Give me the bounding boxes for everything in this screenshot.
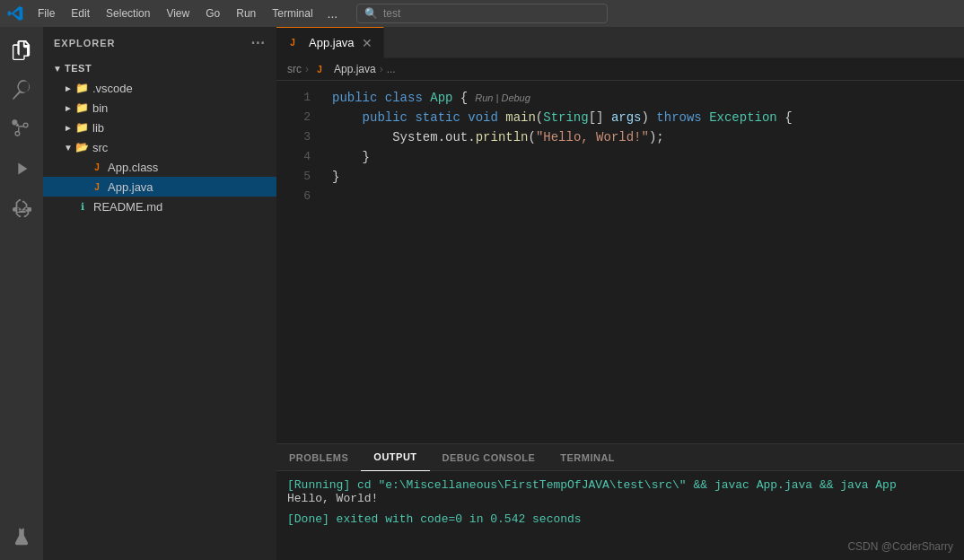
- activity-source-control-icon[interactable]: [5, 113, 38, 145]
- indent: [332, 108, 363, 127]
- tree-item-app-class[interactable]: ► J App.class: [43, 157, 276, 177]
- line-num-5: 5: [276, 167, 311, 187]
- kw: class: [385, 88, 430, 108]
- sidebar: EXPLORER ⋯ ▼ TEST ► 📁 .vscode ► 📁 bin: [43, 27, 276, 560]
- tree-item-src[interactable]: ▼ 📂 src: [43, 137, 276, 157]
- search-bar[interactable]: 🔍 test: [356, 4, 608, 23]
- done-text: [Done] exited with code=0 in 0.542 secon…: [287, 512, 582, 526]
- method: main: [505, 108, 536, 127]
- line-num-6: 6: [276, 187, 311, 206]
- punct: {: [452, 88, 468, 108]
- tree-item-vscode[interactable]: ► 📁 .vscode: [43, 78, 276, 98]
- param: args: [611, 108, 642, 127]
- tab-close-icon[interactable]: ✕: [360, 34, 374, 52]
- main-area: EXPLORER ⋯ ▼ TEST ► 📁 .vscode ► 📁 bin: [0, 27, 964, 560]
- punct: }: [363, 147, 370, 167]
- class-name: Exception: [709, 108, 777, 127]
- menu-selection[interactable]: Selection: [99, 5, 157, 22]
- chevron-right-icon: ►: [61, 101, 75, 115]
- code-editor[interactable]: 1 2 3 4 5 6 public class App { Run | Deb…: [276, 81, 964, 443]
- tree-label: App.java: [108, 180, 153, 194]
- menu-run[interactable]: Run: [229, 5, 263, 22]
- tab-app-java[interactable]: J App.java ✕: [276, 27, 384, 58]
- punct: ): [642, 108, 649, 127]
- tree-item-lib[interactable]: ► 📁 lib: [43, 118, 276, 137]
- menu-view[interactable]: View: [159, 5, 197, 22]
- line-num-1: 1: [276, 88, 311, 108]
- code-line-4: }: [332, 147, 964, 167]
- indent: [332, 127, 392, 147]
- menu-terminal[interactable]: Terminal: [265, 5, 320, 22]
- tree-item-readme[interactable]: ► ℹ README.md: [43, 197, 276, 216]
- indent: [332, 147, 363, 167]
- punct: {: [777, 108, 793, 127]
- breadcrumb-sep2-icon: ›: [380, 63, 383, 75]
- field: out: [445, 127, 468, 147]
- tree-item-app-java[interactable]: ► J App.java: [43, 177, 276, 197]
- type: String: [543, 108, 588, 127]
- java-file-icon: J: [90, 179, 104, 194]
- folder-icon: 📁: [75, 101, 89, 114]
- code-content[interactable]: public class App { Run | Debug public st…: [321, 81, 964, 443]
- punct: (: [528, 127, 535, 147]
- punct: }: [332, 167, 339, 187]
- menu-bar: File Edit Selection View Go Run Terminal…: [31, 4, 343, 22]
- tree-item-bin[interactable]: ► 📁 bin: [43, 98, 276, 118]
- file-tree: ▼ TEST ► 📁 .vscode ► 📁 bin ► 📁 lib: [43, 58, 276, 560]
- menu-file[interactable]: File: [31, 5, 62, 22]
- menu-edit[interactable]: Edit: [64, 5, 97, 22]
- watermark-text: CSDN @CoderSharry: [847, 540, 953, 553]
- code-line-3: System.out.println("Hello, World!");: [332, 127, 964, 147]
- editor-area: J App.java ✕ src › J App.java › ... 1 2 …: [276, 27, 964, 560]
- activity-run-debug-icon[interactable]: [5, 153, 38, 185]
- title-bar: File Edit Selection View Go Run Terminal…: [0, 0, 964, 27]
- activity-explorer-icon[interactable]: [5, 34, 38, 66]
- punct: .: [438, 127, 445, 147]
- activity-test-icon[interactable]: [5, 521, 38, 553]
- menu-go[interactable]: Go: [198, 5, 227, 22]
- folder-icon: 📁: [75, 82, 89, 94]
- activity-extensions-icon[interactable]: [5, 192, 38, 224]
- folder-open-icon: 📂: [75, 141, 89, 153]
- method: println: [476, 127, 529, 147]
- breadcrumb: src › J App.java › ...: [276, 58, 964, 81]
- chevron-right-icon: ►: [61, 81, 75, 95]
- watermark: CSDN @CoderSharry: [847, 539, 953, 553]
- tree-label: .vscode: [92, 82, 133, 95]
- tab-output[interactable]: OUTPUT: [361, 444, 429, 471]
- tab-bar: J App.java ✕: [276, 27, 964, 58]
- line-numbers: 1 2 3 4 5 6: [276, 81, 321, 443]
- tab-problems[interactable]: PROBLEMS: [276, 444, 361, 471]
- search-text: test: [383, 7, 400, 20]
- output-text: Hello, World!: [287, 492, 378, 505]
- root-label: TEST: [65, 63, 92, 74]
- kw: void: [468, 108, 505, 127]
- panel-tabs: PROBLEMS OUTPUT DEBUG CONSOLE TERMINAL: [276, 444, 964, 471]
- kw: public: [363, 108, 416, 127]
- tree-root[interactable]: ▼ TEST: [43, 58, 276, 78]
- code-line-2: public static void main(String[] args) t…: [332, 108, 964, 127]
- bracket: []: [589, 108, 604, 127]
- done-line: [Done] exited with code=0 in 0.542 secon…: [287, 512, 953, 526]
- title-bar-left: File Edit Selection View Go Run Terminal…: [0, 4, 393, 22]
- class-ref: System: [392, 127, 437, 147]
- sidebar-more-icon[interactable]: ⋯: [250, 34, 266, 51]
- info-file-icon: ℹ: [75, 199, 90, 214]
- line-num-4: 4: [276, 147, 311, 167]
- kw: throws: [656, 108, 709, 127]
- string: "Hello, World!": [536, 127, 649, 147]
- punct: (: [536, 108, 543, 127]
- activity-search-icon[interactable]: [5, 74, 38, 106]
- breadcrumb-sep-icon: ›: [305, 63, 309, 75]
- tab-terminal[interactable]: TERMINAL: [548, 444, 627, 471]
- running-line: [Running] cd "e:\Miscellaneous\FirstTemp…: [287, 478, 953, 492]
- run-hint[interactable]: Run | Debug: [475, 88, 530, 108]
- tab-label: App.java: [309, 36, 355, 49]
- punct: .: [468, 127, 475, 147]
- tab-java-icon: J: [285, 36, 300, 50]
- tab-debug-console[interactable]: DEBUG CONSOLE: [430, 444, 548, 471]
- sidebar-header: EXPLORER ⋯: [43, 27, 276, 58]
- breadcrumb-dots: ...: [387, 63, 396, 75]
- menu-more[interactable]: ...: [322, 4, 344, 22]
- activity-bar: [0, 27, 43, 560]
